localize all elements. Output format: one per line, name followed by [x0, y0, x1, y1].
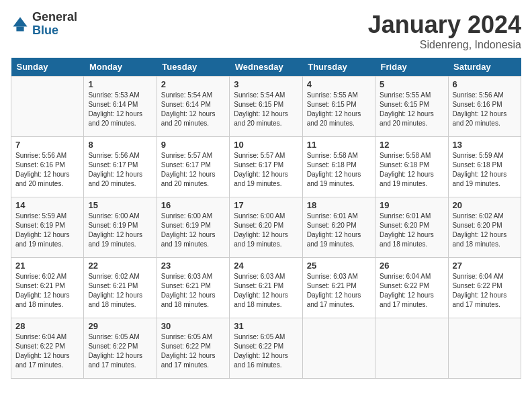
- day-number: 5: [380, 79, 443, 89]
- day-number: 7: [15, 140, 79, 150]
- calendar-day-cell: 2Sunrise: 5:54 AMSunset: 6:14 PMDaylight…: [157, 77, 229, 137]
- day-info: Sunrise: 5:59 AMSunset: 6:18 PMDaylight:…: [453, 151, 517, 189]
- day-info: Sunrise: 5:59 AMSunset: 6:19 PMDaylight:…: [15, 212, 79, 249]
- page-header: General Blue January 2024 Sidenreng, Ind…: [11, 11, 521, 51]
- day-info: Sunrise: 6:00 AMSunset: 6:19 PMDaylight:…: [88, 212, 152, 249]
- day-info: Sunrise: 5:57 AMSunset: 6:17 PMDaylight:…: [234, 151, 298, 189]
- logo-blue: Blue: [32, 24, 77, 38]
- day-info: Sunrise: 6:05 AMSunset: 6:22 PMDaylight:…: [234, 332, 298, 370]
- weekday-header-row: SundayMondayTuesdayWednesdayThursdayFrid…: [11, 58, 521, 77]
- day-info: Sunrise: 6:04 AMSunset: 6:22 PMDaylight:…: [15, 332, 79, 370]
- day-info: Sunrise: 5:56 AMSunset: 6:16 PMDaylight:…: [15, 151, 79, 189]
- day-info: Sunrise: 6:02 AMSunset: 6:21 PMDaylight:…: [88, 272, 152, 310]
- day-info: Sunrise: 5:53 AMSunset: 6:14 PMDaylight:…: [88, 91, 152, 128]
- day-info: Sunrise: 5:58 AMSunset: 6:18 PMDaylight:…: [380, 151, 443, 189]
- day-number: 12: [380, 140, 443, 150]
- calendar-day-cell: 1Sunrise: 5:53 AMSunset: 6:14 PMDaylight…: [84, 77, 157, 137]
- calendar-day-cell: 8Sunrise: 5:56 AMSunset: 6:17 PMDaylight…: [84, 137, 157, 197]
- day-number: 8: [88, 140, 152, 150]
- calendar-day-cell: [448, 318, 521, 379]
- calendar-day-cell: 5Sunrise: 5:55 AMSunset: 6:15 PMDaylight…: [375, 77, 448, 137]
- weekday-header: Wednesday: [230, 58, 302, 77]
- calendar-day-cell: [375, 318, 448, 379]
- calendar-day-cell: 6Sunrise: 5:56 AMSunset: 6:16 PMDaylight…: [448, 77, 521, 137]
- calendar-day-cell: 23Sunrise: 6:03 AMSunset: 6:21 PMDayligh…: [157, 258, 229, 318]
- day-number: 1: [88, 79, 152, 89]
- calendar-day-cell: 12Sunrise: 5:58 AMSunset: 6:18 PMDayligh…: [375, 137, 448, 197]
- day-info: Sunrise: 6:00 AMSunset: 6:20 PMDaylight:…: [234, 212, 298, 249]
- calendar-day-cell: 9Sunrise: 5:57 AMSunset: 6:17 PMDaylight…: [157, 137, 229, 197]
- logo-general: General: [32, 11, 77, 24]
- svg-rect-1: [16, 26, 24, 31]
- day-info: Sunrise: 6:04 AMSunset: 6:22 PMDaylight:…: [453, 272, 517, 310]
- calendar-day-cell: 29Sunrise: 6:05 AMSunset: 6:22 PMDayligh…: [84, 318, 157, 379]
- weekday-header: Sunday: [11, 58, 84, 77]
- logo: General Blue: [11, 11, 77, 38]
- day-number: 14: [15, 200, 79, 210]
- day-number: 16: [161, 200, 225, 210]
- calendar-week-row: 28Sunrise: 6:04 AMSunset: 6:22 PMDayligh…: [11, 318, 521, 379]
- day-info: Sunrise: 6:05 AMSunset: 6:22 PMDaylight:…: [88, 332, 152, 370]
- logo-icon: [11, 15, 30, 34]
- day-number: 17: [234, 200, 298, 210]
- calendar-day-cell: 10Sunrise: 5:57 AMSunset: 6:17 PMDayligh…: [230, 137, 302, 197]
- weekday-header: Thursday: [302, 58, 375, 77]
- day-info: Sunrise: 5:55 AMSunset: 6:15 PMDaylight:…: [307, 91, 371, 128]
- day-number: 24: [234, 261, 298, 271]
- day-number: 26: [380, 261, 443, 271]
- calendar-day-cell: 15Sunrise: 6:00 AMSunset: 6:19 PMDayligh…: [84, 197, 157, 258]
- day-number: 21: [15, 261, 79, 271]
- day-info: Sunrise: 6:01 AMSunset: 6:20 PMDaylight:…: [307, 212, 371, 249]
- day-info: Sunrise: 6:05 AMSunset: 6:22 PMDaylight:…: [161, 332, 225, 370]
- day-number: 31: [234, 321, 298, 331]
- weekday-header: Friday: [375, 58, 448, 77]
- calendar-day-cell: 31Sunrise: 6:05 AMSunset: 6:22 PMDayligh…: [230, 318, 302, 379]
- day-info: Sunrise: 5:56 AMSunset: 6:16 PMDaylight:…: [453, 91, 517, 128]
- day-number: 25: [307, 261, 371, 271]
- calendar-day-cell: 25Sunrise: 6:03 AMSunset: 6:21 PMDayligh…: [302, 258, 375, 318]
- day-info: Sunrise: 6:00 AMSunset: 6:19 PMDaylight:…: [161, 212, 225, 249]
- day-number: 10: [234, 140, 298, 150]
- day-number: 3: [234, 79, 298, 89]
- day-number: 15: [88, 200, 152, 210]
- calendar-day-cell: 18Sunrise: 6:01 AMSunset: 6:20 PMDayligh…: [302, 197, 375, 258]
- day-number: 19: [380, 200, 443, 210]
- day-info: Sunrise: 5:54 AMSunset: 6:15 PMDaylight:…: [234, 91, 298, 128]
- logo-text: General Blue: [32, 11, 77, 38]
- day-number: 20: [453, 200, 517, 210]
- calendar-day-cell: [302, 318, 375, 379]
- calendar-day-cell: 26Sunrise: 6:04 AMSunset: 6:22 PMDayligh…: [375, 258, 448, 318]
- calendar-day-cell: 11Sunrise: 5:58 AMSunset: 6:18 PMDayligh…: [302, 137, 375, 197]
- day-info: Sunrise: 6:03 AMSunset: 6:21 PMDaylight:…: [234, 272, 298, 310]
- calendar-day-cell: 28Sunrise: 6:04 AMSunset: 6:22 PMDayligh…: [11, 318, 84, 379]
- day-info: Sunrise: 6:04 AMSunset: 6:22 PMDaylight:…: [380, 272, 443, 310]
- weekday-header: Saturday: [448, 58, 521, 77]
- calendar-day-cell: 17Sunrise: 6:00 AMSunset: 6:20 PMDayligh…: [230, 197, 302, 258]
- calendar-week-row: 1Sunrise: 5:53 AMSunset: 6:14 PMDaylight…: [11, 77, 521, 137]
- day-number: 22: [88, 261, 152, 271]
- day-number: 11: [307, 140, 371, 150]
- month-year: January 2024: [368, 11, 521, 39]
- calendar-day-cell: 16Sunrise: 6:00 AMSunset: 6:19 PMDayligh…: [157, 197, 229, 258]
- title-block: January 2024 Sidenreng, Indonesia: [368, 11, 521, 51]
- weekday-header: Tuesday: [157, 58, 229, 77]
- location: Sidenreng, Indonesia: [368, 39, 521, 51]
- day-number: 29: [88, 321, 152, 331]
- calendar-day-cell: 24Sunrise: 6:03 AMSunset: 6:21 PMDayligh…: [230, 258, 302, 318]
- day-info: Sunrise: 5:58 AMSunset: 6:18 PMDaylight:…: [307, 151, 371, 189]
- day-info: Sunrise: 6:03 AMSunset: 6:21 PMDaylight:…: [307, 272, 371, 310]
- day-number: 9: [161, 140, 225, 150]
- day-number: 2: [161, 79, 225, 89]
- day-number: 27: [453, 261, 517, 271]
- calendar-day-cell: [11, 77, 84, 137]
- calendar-week-row: 7Sunrise: 5:56 AMSunset: 6:16 PMDaylight…: [11, 137, 521, 197]
- day-number: 6: [453, 79, 517, 89]
- calendar-day-cell: 21Sunrise: 6:02 AMSunset: 6:21 PMDayligh…: [11, 258, 84, 318]
- calendar-day-cell: 4Sunrise: 5:55 AMSunset: 6:15 PMDaylight…: [302, 77, 375, 137]
- day-number: 28: [15, 321, 79, 331]
- day-number: 4: [307, 79, 371, 89]
- svg-marker-0: [13, 17, 28, 26]
- calendar-day-cell: 7Sunrise: 5:56 AMSunset: 6:16 PMDaylight…: [11, 137, 84, 197]
- day-info: Sunrise: 5:56 AMSunset: 6:17 PMDaylight:…: [88, 151, 152, 189]
- day-number: 23: [161, 261, 225, 271]
